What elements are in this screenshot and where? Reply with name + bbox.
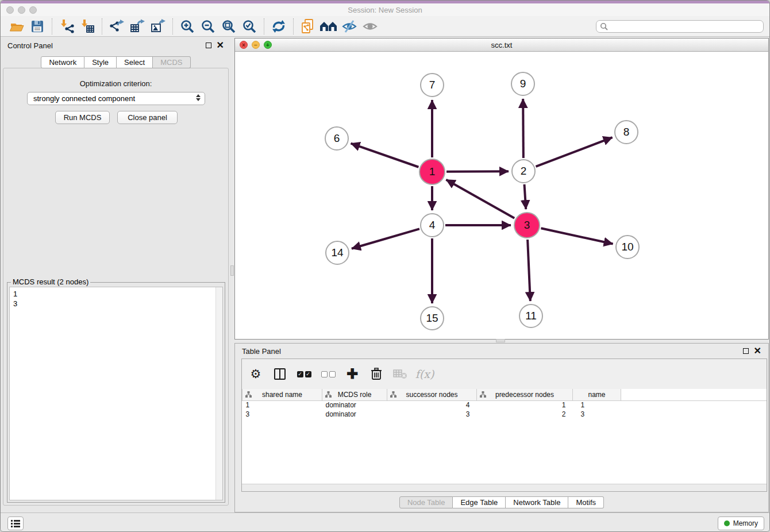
column-header-mcds-role[interactable]: MCDS role	[322, 389, 387, 400]
memory-status-icon	[724, 521, 730, 526]
graph-edge-2-9[interactable]	[523, 99, 523, 158]
graph-canvas[interactable]: 7968124314101511	[235, 52, 768, 339]
export-network-icon[interactable]	[106, 18, 127, 35]
graph-node-8[interactable]: 8	[614, 120, 638, 144]
table-horizontal-scrollbar[interactable]	[242, 484, 767, 491]
float-panel-icon[interactable]	[206, 43, 211, 48]
toolbar-separator	[293, 18, 294, 34]
graph-node-7[interactable]: 7	[420, 73, 444, 97]
column-header-name[interactable]: name	[573, 389, 621, 400]
table-panel-header: Table Panel ✕	[235, 344, 768, 358]
show-all-icon[interactable]	[360, 18, 380, 35]
graph-node-1[interactable]: 1	[419, 159, 445, 185]
graph-node-4[interactable]: 4	[420, 213, 444, 237]
close-table-panel-icon[interactable]: ✕	[754, 348, 761, 354]
mcds-result-fieldset: MCDS result (2 nodes) 1 3	[7, 282, 225, 503]
import-table-icon[interactable]	[77, 18, 98, 35]
zoom-in-icon[interactable]	[177, 18, 198, 35]
graph-edge-3-11[interactable]	[528, 240, 530, 301]
control-panel: Control Panel ✕ Network Style Select MCD…	[1, 37, 231, 512]
status-bar: Memory	[1, 512, 769, 532]
graph-edge-1-2[interactable]	[446, 171, 509, 172]
memory-button[interactable]: Memory	[718, 516, 764, 530]
mcds-result-value: 1	[13, 289, 219, 299]
table-header-row: shared name MCDS role successor nodes pr…	[242, 389, 767, 400]
graph-edge-3-10[interactable]	[541, 228, 613, 244]
table-settings-icon[interactable]: ⚙	[248, 366, 264, 382]
main-toolbar	[1, 16, 769, 37]
refresh-icon[interactable]	[268, 18, 289, 35]
graph-edge-2-3[interactable]	[524, 184, 526, 209]
graph-node-10[interactable]: 10	[615, 235, 640, 259]
table-toolbar: ⚙ ✓✓ ✚ f(x)	[242, 359, 767, 389]
select-all-icon[interactable]: ✓✓	[296, 366, 312, 382]
column-edit-icon	[480, 391, 486, 399]
import-network-icon[interactable]	[56, 18, 77, 35]
zoom-out-icon[interactable]	[198, 18, 218, 35]
tab-network[interactable]: Network	[41, 56, 84, 68]
table-container: ⚙ ✓✓ ✚ f(x) shared name	[241, 358, 767, 492]
save-session-icon[interactable]	[27, 18, 48, 35]
column-header-predecessor-nodes[interactable]: predecessor nodes	[477, 389, 573, 400]
mcds-tab-content: Optimization criterion: strongly connect…	[3, 68, 229, 506]
graph-node-9[interactable]: 9	[511, 72, 535, 96]
tab-mcds[interactable]: MCDS	[153, 56, 190, 68]
table-panel: Table Panel ✕ ⚙ ✓✓ ✚ f(x)	[234, 343, 769, 512]
graph-node-3[interactable]: 3	[514, 212, 540, 238]
close-panel-icon[interactable]: ✕	[217, 43, 224, 48]
horizontal-splitter-handle[interactable]	[496, 339, 505, 342]
application-window: Session: New Session	[0, 0, 770, 532]
edge-layer	[235, 52, 768, 339]
column-header-successor-nodes[interactable]: successor nodes	[387, 389, 477, 400]
export-table-icon[interactable]	[127, 18, 148, 35]
optimization-criterion-label: Optimization criterion:	[3, 79, 228, 88]
network-from-selection-icon[interactable]	[298, 18, 318, 35]
task-history-button[interactable]	[7, 516, 24, 530]
graph-edge-2-8[interactable]	[536, 137, 613, 167]
graph-edge-1-6[interactable]	[351, 144, 419, 167]
result-scrollbar[interactable]	[215, 287, 222, 500]
delete-columns-icon[interactable]	[368, 366, 384, 382]
zoom-fit-icon[interactable]	[218, 18, 239, 35]
tab-network-table[interactable]: Network Table	[506, 496, 568, 508]
delete-table-icon	[392, 366, 409, 382]
graph-edge-4-14[interactable]	[352, 229, 419, 248]
search-input[interactable]	[596, 20, 764, 33]
mcds-result-list[interactable]: 1 3	[9, 287, 223, 500]
titlebar: Session: New Session	[1, 3, 769, 16]
run-mcds-button[interactable]: Run MCDS	[55, 111, 110, 124]
open-session-icon[interactable]	[6, 18, 27, 35]
dropdown-stepper-icon	[196, 94, 201, 101]
column-selector-icon[interactable]	[272, 366, 288, 382]
network-window-title: scc.txt	[235, 41, 768, 49]
column-edit-icon	[325, 391, 332, 399]
tab-node-table[interactable]: Node Table	[399, 496, 453, 508]
hide-selected-icon[interactable]	[339, 18, 360, 35]
graph-node-11[interactable]: 11	[519, 304, 543, 328]
search-container	[596, 20, 764, 33]
graph-node-15[interactable]: 15	[420, 306, 444, 330]
deselect-all-icon[interactable]	[320, 366, 336, 382]
close-panel-button[interactable]: Close panel	[117, 111, 178, 124]
tab-edge-table[interactable]: Edge Table	[453, 496, 506, 508]
graph-node-6[interactable]: 6	[325, 126, 349, 151]
criterion-dropdown[interactable]: strongly connected component	[27, 92, 205, 105]
graph-node-14[interactable]: 14	[325, 241, 349, 265]
graph-node-2[interactable]: 2	[511, 159, 536, 183]
list-icon	[11, 519, 20, 527]
graph-edge-3-1[interactable]	[446, 180, 514, 218]
export-image-icon[interactable]	[148, 18, 168, 35]
tab-select[interactable]: Select	[117, 56, 153, 68]
table-row[interactable]: 3 dominator 3 2 3	[242, 410, 767, 419]
float-table-panel-icon[interactable]	[743, 348, 749, 354]
tab-style[interactable]: Style	[84, 56, 117, 68]
tab-motifs[interactable]: Motifs	[568, 496, 604, 508]
network-window-titlebar[interactable]: × − + scc.txt	[235, 38, 768, 52]
add-column-icon[interactable]: ✚	[344, 366, 360, 382]
column-header-shared-name[interactable]: shared name	[242, 389, 322, 400]
vertical-splitter-handle[interactable]	[230, 265, 234, 276]
first-neighbors-icon[interactable]	[318, 18, 339, 35]
zoom-selected-icon[interactable]	[239, 18, 260, 35]
mcds-result-legend: MCDS result (2 nodes)	[11, 277, 90, 286]
table-row[interactable]: 1 dominator 4 1 1	[242, 400, 767, 410]
